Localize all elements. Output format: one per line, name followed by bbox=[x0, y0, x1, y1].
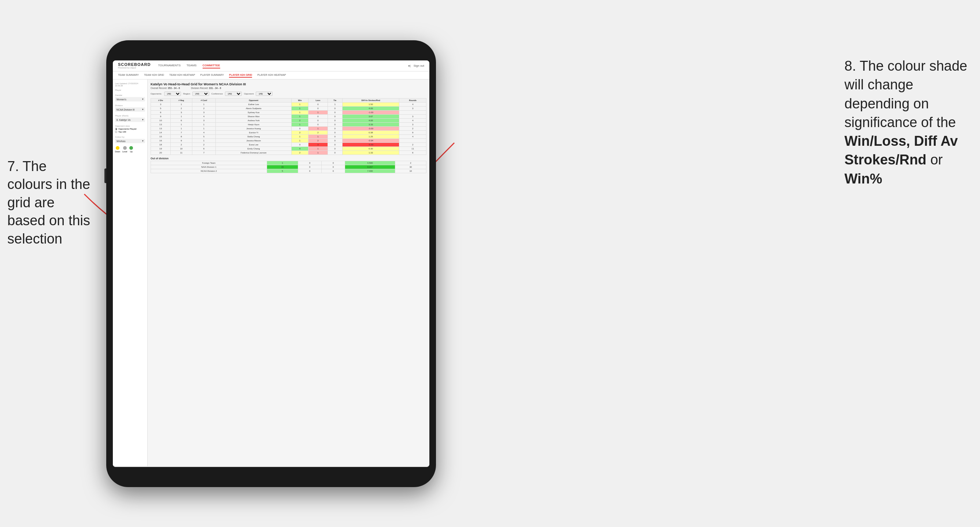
cell-loss: 0 bbox=[308, 103, 328, 106]
cell-rounds: 3 bbox=[399, 114, 426, 119]
gender-label: Gender bbox=[115, 94, 145, 96]
subnav-player-h2h-heatmap[interactable]: PLAYER H2H HEATMAP bbox=[257, 73, 286, 78]
cell-rounds: 4 bbox=[399, 103, 426, 106]
nav-committee[interactable]: COMMITTEE bbox=[203, 63, 220, 68]
col-loss: Loss bbox=[308, 98, 328, 103]
cell-diff: 4.00 bbox=[342, 106, 399, 111]
player-label: Player bbox=[115, 89, 145, 91]
opponent-view-label: Opponent view bbox=[115, 125, 145, 127]
nav-tournaments[interactable]: TOURNAMENTS bbox=[158, 63, 181, 68]
cell-opponent: NCAA Division 2 bbox=[151, 169, 267, 173]
colour-by-select[interactable]: Win/loss▾ bbox=[115, 139, 145, 143]
out-of-division-header: Out of division bbox=[151, 157, 426, 160]
cell-conf: 1 bbox=[192, 123, 216, 127]
annotation-right: 8. The colour shade will change dependin… bbox=[845, 57, 973, 188]
cell-win: 1 bbox=[267, 161, 298, 165]
overall-record-label: Overall Record: 353 - 34 - 6 bbox=[151, 87, 180, 89]
cell-conf: 2 bbox=[192, 143, 216, 147]
cell-div: 5 bbox=[151, 106, 171, 111]
cell-diff: 4.00 bbox=[342, 119, 399, 123]
cell-win: 0 bbox=[292, 127, 309, 131]
cell-loss: 2 bbox=[308, 131, 328, 135]
sign-out-button[interactable]: Sign out bbox=[414, 63, 424, 68]
cell-tie: 0 bbox=[328, 106, 342, 111]
col-conf: # Conf bbox=[192, 98, 216, 103]
cell-rounds: 2 bbox=[399, 143, 426, 147]
cell-win: 1 bbox=[292, 106, 309, 111]
cell-reg: 8 bbox=[170, 135, 192, 139]
cell-div: 6 bbox=[151, 111, 171, 114]
cell-opponent: Jessica Huang bbox=[216, 127, 292, 131]
cell-tie: 0 bbox=[328, 147, 342, 151]
gender-select[interactable]: Women's▾ bbox=[115, 97, 145, 102]
tablet-side-button bbox=[104, 168, 106, 183]
bottom-toolbar: ↩ ↪ ⟳ ⊞ ✂ ··· ⏱ | View: Original Save Cu… bbox=[113, 466, 430, 467]
player-rank-select[interactable]: 8. Katelyn Vo▾ bbox=[115, 117, 145, 122]
cell-conf: 3 bbox=[192, 119, 216, 123]
cell-diff: -3.00 bbox=[342, 127, 399, 131]
cell-loss: 0 bbox=[308, 123, 328, 127]
cell-diff: 7.400 bbox=[345, 169, 395, 173]
cell-win: 5 bbox=[267, 169, 298, 173]
cell-opponent: Foreign Team bbox=[151, 161, 267, 165]
cell-diff: 0.30 bbox=[342, 147, 399, 151]
opponents-filter[interactable]: (All) bbox=[164, 92, 181, 96]
subnav-team-h2h-grid[interactable]: TEAM H2H GRID bbox=[144, 73, 164, 78]
subnav-player-summary[interactable]: PLAYER SUMMARY bbox=[200, 73, 224, 78]
table-row: NCAA Division 2 5 0 0 7.400 10 bbox=[151, 169, 426, 173]
table-row: 6 3 3 Sydney Kuo 1 1 0 -1.00 bbox=[151, 111, 426, 114]
subnav-player-h2h-grid[interactable]: PLAYER H2H GRID bbox=[229, 73, 252, 78]
cell-loss: 0 bbox=[298, 161, 321, 165]
table-row: 16 9 1 Jessica Mason 1 2 0 -0.94 bbox=[151, 139, 426, 143]
cell-tie: 0 bbox=[328, 123, 342, 127]
sidebar: Last Updated: 27/03/2024 16:55:38 Player… bbox=[113, 79, 148, 466]
tablet-screen: SCOREBOARD Powered by clippd TOURNAMENTS… bbox=[113, 60, 430, 467]
cell-win: 1 bbox=[292, 135, 309, 139]
cell-loss: 0 bbox=[298, 165, 321, 169]
conference-filter[interactable]: (All) bbox=[225, 92, 242, 96]
cell-tie: 0 bbox=[328, 131, 342, 135]
cell-div: 18 bbox=[151, 143, 171, 147]
cell-loss: 2 bbox=[308, 139, 328, 143]
cell-tie: 0 bbox=[328, 143, 342, 147]
table-row: Foreign Team 1 0 0 4.500 2 bbox=[151, 161, 426, 165]
col-diff: Diff Av Strokes/Rnd bbox=[342, 98, 399, 103]
cell-tie: 0 bbox=[328, 139, 342, 143]
cell-rounds: 2 bbox=[399, 127, 426, 131]
radio-top100[interactable]: Top 100 bbox=[115, 131, 145, 133]
opponent-filter[interactable]: (All) bbox=[256, 92, 272, 96]
cell-diff: -0.94 bbox=[342, 139, 399, 143]
legend-down: Down bbox=[115, 146, 120, 153]
cell-win: 1 bbox=[292, 103, 309, 106]
cell-diff: 3.33 bbox=[342, 123, 399, 127]
legend-level-dot bbox=[123, 146, 127, 150]
cell-opponent: Alexis Sudjianto bbox=[216, 106, 292, 111]
radio-opponents-played[interactable]: Opponents Played bbox=[115, 128, 145, 130]
subnav-team-h2h-heatmap[interactable]: TEAM H2H HEATMAP bbox=[169, 73, 195, 78]
cell-diff: 1.33 bbox=[342, 151, 399, 155]
cell-rounds: 3 bbox=[399, 123, 426, 127]
region-filter[interactable]: (All) bbox=[192, 92, 209, 96]
cell-tie: 0 bbox=[322, 169, 345, 173]
cell-opponent: Jessica Mason bbox=[216, 139, 292, 143]
cell-reg: 1 bbox=[170, 103, 192, 106]
cell-conf: 1 bbox=[192, 139, 216, 143]
opponents-filter-label: Opponents: bbox=[151, 93, 162, 95]
cell-reg: 3 bbox=[170, 111, 192, 114]
subnav-team-summary[interactable]: TEAM SUMMARY bbox=[118, 73, 139, 78]
cell-tie: 0 bbox=[322, 165, 345, 169]
nav-teams[interactable]: TEAMS bbox=[186, 63, 197, 68]
out-of-division-table: Foreign Team 1 0 0 4.500 2 NAIA Division… bbox=[151, 161, 426, 173]
cell-div: 14 bbox=[151, 131, 171, 135]
cell-diff: -1.00 bbox=[342, 111, 399, 114]
conference-filter-label: Conference bbox=[212, 93, 223, 95]
cell-loss: 0 bbox=[308, 106, 328, 111]
logo-sub: Powered by clippd bbox=[118, 67, 151, 69]
division-select[interactable]: NCAA Division III▾ bbox=[115, 107, 145, 112]
cell-opponent: Heejo Hyun bbox=[216, 123, 292, 127]
cell-win: 2 bbox=[292, 131, 309, 135]
cell-tie: 0 bbox=[328, 151, 342, 155]
opponent-filter-label: Opponent bbox=[244, 93, 253, 95]
player-rank-label: Player (Rank) bbox=[115, 114, 145, 117]
color-legend: Down Level Up bbox=[115, 146, 145, 153]
